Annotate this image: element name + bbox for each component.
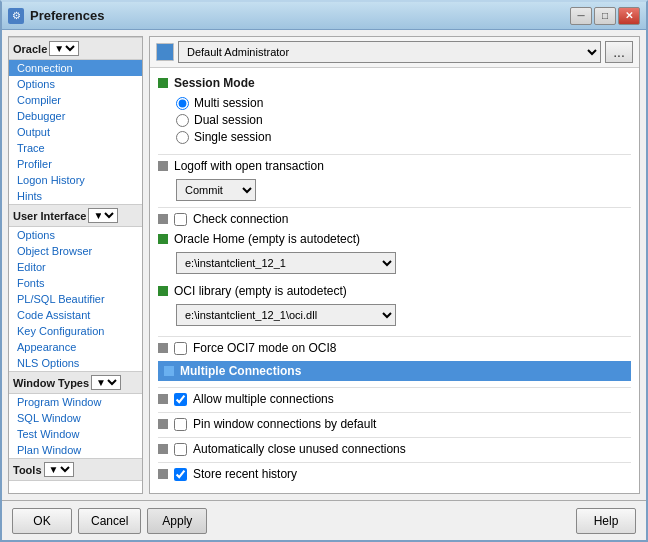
multiple-connections-row: Multiple Connections xyxy=(158,361,631,381)
radio-single-session-label: Single session xyxy=(194,130,271,144)
oracle-home-title: Oracle Home (empty is autodetect) xyxy=(174,232,360,246)
pin-window-indicator xyxy=(158,419,168,429)
sidebar-item-sql-window[interactable]: SQL Window xyxy=(9,410,142,426)
close-button[interactable]: ✕ xyxy=(618,7,640,25)
sidebar-item-options-ui[interactable]: Options xyxy=(9,227,142,243)
sidebar-item-logon-history[interactable]: Logon History xyxy=(9,172,142,188)
force-oci7-row: Force OCI7 mode on OCI8 xyxy=(174,341,336,355)
radio-multi-session: Multi session xyxy=(176,96,631,110)
check-connection-checkbox[interactable] xyxy=(174,213,187,226)
oci-library-dropdown-row: e:\instantclient_12_1\oci.dll xyxy=(158,304,631,326)
allow-multiple-row: Allow multiple connections xyxy=(174,392,334,406)
pin-window-label: Pin window connections by default xyxy=(193,417,376,431)
ok-button[interactable]: OK xyxy=(12,508,72,534)
check-connection-row: Check connection xyxy=(174,212,288,226)
logoff-indicator xyxy=(158,161,168,171)
cancel-button[interactable]: Cancel xyxy=(78,508,141,534)
restore-button[interactable]: □ xyxy=(594,7,616,25)
sidebar-item-key-configuration[interactable]: Key Configuration xyxy=(9,323,142,339)
radio-single-session: Single session xyxy=(176,130,631,144)
tools-section-label: Tools xyxy=(13,464,42,476)
logoff-title: Logoff with open transaction xyxy=(174,159,324,173)
auto-close-row: Automatically close unused connections xyxy=(174,442,406,456)
oracle-section-header: Oracle ▼ xyxy=(9,37,142,60)
allow-multiple-indicator xyxy=(158,394,168,404)
check-connection-section: Check connection xyxy=(158,207,631,226)
allow-multiple-label: Allow multiple connections xyxy=(193,392,334,406)
preferences-window: ⚙ Preferences ─ □ ✕ Oracle ▼ Connection … xyxy=(0,0,648,542)
radio-dual-session-label: Dual session xyxy=(194,113,263,127)
check-connection-indicator xyxy=(158,214,168,224)
oracle-home-section: Oracle Home (empty is autodetect) e:\ins… xyxy=(158,232,631,274)
force-oci7-checkbox[interactable] xyxy=(174,342,187,355)
sidebar-item-code-assistant[interactable]: Code Assistant xyxy=(9,307,142,323)
user-interface-label: User Interface xyxy=(13,210,86,222)
store-recent-checkbox[interactable] xyxy=(174,468,187,481)
pin-window-checkbox[interactable] xyxy=(174,418,187,431)
apply-button[interactable]: Apply xyxy=(147,508,207,534)
logoff-section: Logoff with open transaction xyxy=(158,154,631,173)
radio-multi-session-label: Multi session xyxy=(194,96,263,110)
profile-select[interactable]: Default Administrator xyxy=(178,41,601,63)
right-content-panel: Default Administrator ... Session Mode M… xyxy=(149,36,640,494)
commit-row: Commit Rollback Ask xyxy=(158,179,631,201)
left-nav-panel: Oracle ▼ Connection Options Compiler Deb… xyxy=(8,36,143,494)
sidebar-item-plsql-beautifier[interactable]: PL/SQL Beautifier xyxy=(9,291,142,307)
sidebar-item-hints[interactable]: Hints xyxy=(9,188,142,204)
minimize-button[interactable]: ─ xyxy=(570,7,592,25)
window-types-label: Window Types xyxy=(13,377,89,389)
sidebar-item-output[interactable]: Output xyxy=(9,124,142,140)
sidebar-item-debugger[interactable]: Debugger xyxy=(9,108,142,124)
sidebar-item-compiler[interactable]: Compiler xyxy=(9,92,142,108)
window-icon: ⚙ xyxy=(8,8,24,24)
auto-close-section: Automatically close unused connections xyxy=(158,437,631,456)
help-button[interactable]: Help xyxy=(576,508,636,534)
window-types-section-header: Window Types ▼ xyxy=(9,371,142,394)
pin-window-row: Pin window connections by default xyxy=(174,417,376,431)
auto-close-checkbox[interactable] xyxy=(174,443,187,456)
sidebar-item-profiler[interactable]: Profiler xyxy=(9,156,142,172)
sidebar-item-nls-options[interactable]: NLS Options xyxy=(9,355,142,371)
session-mode-section: Session Mode Multi session Dual session xyxy=(158,76,631,144)
more-options-button[interactable]: ... xyxy=(605,41,633,63)
sidebar-item-connection[interactable]: Connection xyxy=(9,60,142,76)
sidebar-item-trace[interactable]: Trace xyxy=(9,140,142,156)
title-bar-left: ⚙ Preferences xyxy=(8,8,104,24)
right-toolbar: Default Administrator ... xyxy=(150,37,639,68)
oci-library-select[interactable]: e:\instantclient_12_1\oci.dll xyxy=(176,304,396,326)
auto-close-indicator xyxy=(158,444,168,454)
multiple-connections-title: Multiple Connections xyxy=(180,364,301,378)
oci-library-label-row: OCI library (empty is autodetect) xyxy=(158,284,631,298)
sidebar-item-test-window[interactable]: Test Window xyxy=(9,426,142,442)
window-types-dropdown[interactable]: ▼ xyxy=(91,375,121,390)
sidebar-item-options-oracle[interactable]: Options xyxy=(9,76,142,92)
radio-multi-session-input[interactable] xyxy=(176,97,189,110)
store-recent-section: Store recent history xyxy=(158,462,631,481)
footer: OK Cancel Apply Help xyxy=(2,500,646,540)
sidebar-item-program-window[interactable]: Program Window xyxy=(9,394,142,410)
window-title: Preferences xyxy=(30,8,104,23)
right-scrollable-content: Session Mode Multi session Dual session xyxy=(150,68,639,493)
tools-section-dropdown[interactable]: ▼ xyxy=(44,462,74,477)
allow-multiple-checkbox[interactable] xyxy=(174,393,187,406)
session-mode-indicator xyxy=(158,78,168,88)
sidebar-item-appearance[interactable]: Appearance xyxy=(9,339,142,355)
force-oci7-section: Force OCI7 mode on OCI8 xyxy=(158,336,631,355)
radio-single-session-input[interactable] xyxy=(176,131,189,144)
sidebar-item-plan-window[interactable]: Plan Window xyxy=(9,442,142,458)
sidebar-item-object-browser[interactable]: Object Browser xyxy=(9,243,142,259)
tools-section-header: Tools ▼ xyxy=(9,458,142,481)
oracle-section-dropdown[interactable]: ▼ xyxy=(49,41,79,56)
sidebar-item-fonts[interactable]: Fonts xyxy=(9,275,142,291)
footer-buttons-left: OK Cancel Apply xyxy=(12,508,207,534)
oracle-home-select[interactable]: e:\instantclient_12_1 xyxy=(176,252,396,274)
main-content: Oracle ▼ Connection Options Compiler Deb… xyxy=(2,30,646,500)
user-interface-dropdown[interactable]: ▼ xyxy=(88,208,118,223)
oracle-home-indicator xyxy=(158,234,168,244)
check-connection-label: Check connection xyxy=(193,212,288,226)
sidebar-item-editor[interactable]: Editor xyxy=(9,259,142,275)
session-radio-group: Multi session Dual session Single sessio… xyxy=(158,96,631,144)
commit-select[interactable]: Commit Rollback Ask xyxy=(176,179,256,201)
force-oci7-indicator xyxy=(158,343,168,353)
radio-dual-session-input[interactable] xyxy=(176,114,189,127)
